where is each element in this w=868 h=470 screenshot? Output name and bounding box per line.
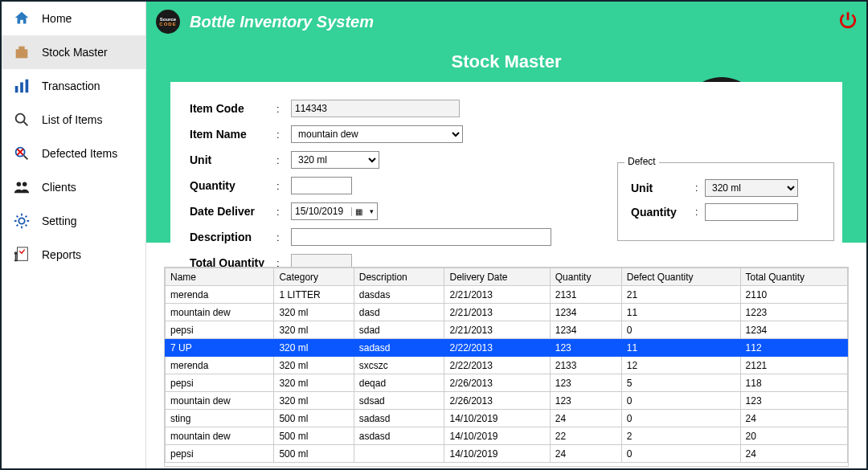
nav-label: Setting — [42, 215, 77, 227]
date-picker[interactable]: 15/10/2019▦▾ — [291, 202, 378, 220]
svg-point-9 — [18, 218, 24, 223]
nav-item-home[interactable]: Home — [2, 2, 145, 35]
table-row[interactable]: pepsi320 mlsdad2/21/2013123401234 — [166, 321, 848, 339]
page-title: Stock Master — [146, 42, 866, 82]
gear-icon — [10, 211, 34, 231]
power-button[interactable] — [837, 10, 858, 34]
defect-icon — [10, 144, 34, 163]
data-table[interactable]: NameCategoryDescriptionDelivery DateQuan… — [164, 267, 849, 467]
col-header[interactable]: Description — [354, 268, 444, 286]
nav-label: Defected Items — [42, 147, 117, 160]
nav-label: Clients — [42, 181, 76, 194]
table-row[interactable]: merenda320 mlsxcszc2/22/20132133122121 — [166, 357, 848, 374]
svg-rect-1 — [18, 47, 24, 51]
svg-rect-0 — [16, 49, 28, 58]
defect-qty-label: Quantity — [631, 206, 695, 219]
item-code-input[interactable] — [291, 100, 460, 117]
app-logo-icon: SourceCODE — [156, 10, 180, 34]
people-icon — [10, 178, 34, 197]
defect-legend: Defect — [624, 156, 659, 167]
svg-rect-10 — [18, 247, 28, 261]
svg-point-7 — [17, 182, 21, 187]
col-header[interactable]: Name — [166, 268, 274, 286]
date-label: Date Deliver — [190, 205, 276, 218]
search-icon — [10, 110, 34, 129]
sidebar: HomeStock MasterTransactionList of Items… — [2, 2, 146, 468]
defect-panel: Defect Unit : 320 ml Quantity : — [617, 162, 834, 241]
svg-rect-4 — [26, 80, 29, 93]
nav-label: Transaction — [42, 80, 100, 92]
nav-item-clients[interactable]: Clients — [2, 170, 145, 204]
col-header[interactable]: Defect Quantity — [621, 268, 740, 286]
svg-rect-3 — [20, 82, 23, 92]
table-row[interactable]: 7 UP320 mlsadasd2/22/201312311112 — [166, 339, 848, 357]
table-row[interactable]: mountain dew320 mlsdsad2/26/20131230123 — [166, 392, 848, 410]
nav-item-list-of-items[interactable]: List of Items — [2, 103, 145, 137]
nav-label: List of Items — [42, 113, 102, 126]
defect-unit-select[interactable]: 320 ml — [705, 179, 798, 197]
chart-icon — [10, 76, 34, 96]
stock-icon — [10, 43, 34, 62]
nav-item-reports[interactable]: Reports — [2, 238, 145, 272]
unit-label: Unit — [190, 153, 276, 166]
table-row[interactable]: pepsi320 mldeqad2/26/20131235118 — [166, 374, 848, 392]
table-row[interactable]: pepsi500 ml14/10/201924024 — [166, 445, 848, 463]
table-row[interactable]: sting500 mlsadasd14/10/201924024 — [166, 410, 848, 427]
col-header[interactable]: Quantity — [550, 268, 621, 286]
svg-point-5 — [16, 114, 25, 123]
description-input[interactable] — [291, 228, 551, 246]
quantity-input[interactable] — [291, 177, 352, 194]
unit-select[interactable]: 320 ml — [291, 151, 379, 169]
nav-item-transaction[interactable]: Transaction — [2, 69, 145, 103]
svg-point-8 — [23, 182, 27, 187]
chevron-down-icon: ▾ — [366, 207, 377, 215]
nav-label: Stock Master — [42, 46, 108, 59]
defect-unit-label: Unit — [631, 182, 695, 194]
table-row[interactable]: merenda1 LITTERdasdas2/21/20132131212110 — [166, 286, 848, 304]
calendar-icon: ▦ — [351, 207, 366, 216]
quantity-label: Quantity — [190, 179, 276, 192]
table-row[interactable]: mountain dew500 mlasdasd14/10/201922220 — [166, 427, 848, 445]
col-header[interactable]: Total Quantity — [740, 268, 847, 286]
svg-rect-2 — [15, 86, 18, 92]
item-name-label: Item Name — [190, 128, 276, 141]
svg-point-11 — [14, 251, 18, 255]
report-icon — [10, 245, 34, 264]
nav-item-setting[interactable]: Setting — [2, 204, 145, 238]
nav-item-defected-items[interactable]: Defected Items — [2, 137, 145, 170]
item-code-label: Item Code — [190, 102, 276, 115]
home-icon — [10, 9, 34, 28]
table-row[interactable]: mountain dew320 mldasd2/21/2013123411122… — [166, 304, 848, 321]
nav-item-stock-master[interactable]: Stock Master — [2, 35, 145, 69]
description-label: Description — [190, 231, 276, 243]
defect-qty-input[interactable] — [705, 203, 798, 221]
nav-label: Reports — [42, 248, 81, 261]
col-header[interactable]: Category — [274, 268, 354, 286]
col-header[interactable]: Delivery Date — [444, 268, 550, 286]
header: SourceCODE Bottle Inventory System — [146, 2, 866, 42]
nav-label: Home — [42, 12, 72, 25]
item-name-select[interactable]: mountain dew — [291, 125, 463, 143]
app-title: Bottle Inventory System — [190, 13, 374, 31]
